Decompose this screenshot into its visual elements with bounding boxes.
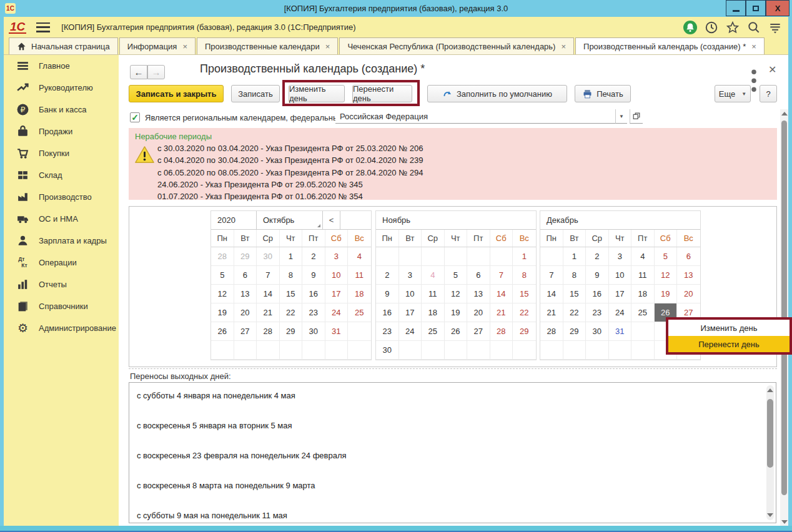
day-cell[interactable]: 18 <box>631 285 655 303</box>
day-cell[interactable]: 28 <box>540 322 563 341</box>
tab-close-icon[interactable]: × <box>561 42 566 51</box>
day-cell[interactable]: 25 <box>631 303 655 322</box>
day-cell[interactable]: 22 <box>513 303 536 322</box>
day-cell[interactable]: 5 <box>655 247 678 266</box>
sidebar-item-cart[interactable]: Покупки <box>4 142 119 164</box>
context-menu-item[interactable]: Изменить день <box>668 320 790 336</box>
day-cell[interactable]: 5 <box>211 266 234 285</box>
day-cell[interactable]: 17 <box>325 285 349 303</box>
print-button[interactable]: Печать <box>575 85 631 102</box>
day-cell[interactable]: 16 <box>376 303 399 322</box>
day-cell[interactable]: 11 <box>348 266 371 285</box>
day-cell[interactable]: 18 <box>422 303 445 322</box>
day-cell[interactable]: 22 <box>280 303 303 322</box>
save-close-button[interactable]: Записать и закрыть <box>129 85 224 102</box>
day-cell[interactable]: 3 <box>325 247 349 266</box>
day-cell[interactable]: 3 <box>609 247 632 266</box>
day-cell[interactable]: 6 <box>467 266 490 285</box>
day-cell[interactable]: 1 <box>513 247 536 266</box>
day-cell[interactable]: 4 <box>631 247 655 266</box>
day-cell[interactable]: 27 <box>234 322 257 341</box>
day-cell[interactable]: 8 <box>513 266 536 285</box>
day-cell[interactable]: 19 <box>445 303 468 322</box>
transfer-row[interactable]: с субботы 9 мая на понедельник 11 мая <box>129 503 776 523</box>
day-cell[interactable]: 2 <box>586 247 609 266</box>
scroll-up-icon[interactable] <box>781 112 788 116</box>
day-cell[interactable]: 11 <box>631 266 655 285</box>
day-cell[interactable]: 26 <box>445 322 468 341</box>
regional-calendar-checkbox[interactable]: ✓ <box>130 112 140 122</box>
sidebar-item-menu[interactable]: Главное <box>4 55 119 77</box>
sidebar-item-truck[interactable]: ОС и НМА <box>4 208 119 230</box>
day-cell[interactable]: 29 <box>234 247 257 266</box>
day-cell[interactable]: 1 <box>280 247 303 266</box>
day-cell[interactable]: 9 <box>376 285 399 303</box>
day-cell[interactable]: 16 <box>586 285 609 303</box>
day-cell[interactable]: 21 <box>540 303 563 322</box>
scroll-down-icon[interactable] <box>781 520 788 524</box>
day-cell[interactable]: 2 <box>302 247 325 266</box>
day-cell[interactable]: 15 <box>563 285 587 303</box>
day-cell[interactable]: 10 <box>325 266 349 285</box>
transfer-row[interactable]: с воскресенья 23 февраля на понедельник … <box>129 443 776 473</box>
sidebar-item-dtkt[interactable]: ДтКтОперации <box>4 252 119 273</box>
sidebar-item-person[interactable]: Зарплата и кадры <box>4 230 119 252</box>
history-icon[interactable] <box>705 21 718 34</box>
day-cell[interactable]: 24 <box>399 322 422 341</box>
day-cell[interactable]: 23 <box>302 303 325 322</box>
help-button[interactable]: ? <box>760 85 777 102</box>
sidebar-item-book[interactable]: Справочники <box>4 295 119 317</box>
day-cell[interactable]: 21 <box>490 303 513 322</box>
day-cell[interactable]: 9 <box>586 266 609 285</box>
save-button[interactable]: Записать <box>231 85 280 102</box>
form-splitter[interactable] <box>129 368 777 369</box>
transfer-row[interactable]: с воскресенья 5 января на вторник 5 мая <box>129 413 776 443</box>
panel-settings-icon[interactable] <box>768 21 782 34</box>
change-day-button[interactable]: Изменить день <box>289 85 345 102</box>
day-cell[interactable]: 19 <box>211 303 234 322</box>
transfer-row[interactable]: с воскресенья 8 марта на понедельник 9 м… <box>129 473 776 503</box>
day-cell[interactable]: 7 <box>257 266 280 285</box>
day-cell[interactable]: 17 <box>609 285 632 303</box>
year-field[interactable]: 2020 <box>211 211 257 229</box>
tab-close-icon[interactable]: × <box>751 42 756 51</box>
day-cell[interactable]: 8 <box>280 266 303 285</box>
day-cell[interactable]: 23 <box>586 303 609 322</box>
day-cell[interactable]: 12 <box>445 285 468 303</box>
main-scrollbar-thumb[interactable] <box>781 121 787 495</box>
day-cell[interactable]: 1 <box>563 247 587 266</box>
day-cell[interactable]: 4 <box>422 266 445 285</box>
day-cell[interactable]: 4 <box>348 247 371 266</box>
prev-month-button[interactable]: < <box>323 211 340 229</box>
day-cell[interactable]: 14 <box>490 285 513 303</box>
day-cell[interactable]: 6 <box>234 266 257 285</box>
day-cell[interactable]: 10 <box>399 285 422 303</box>
transfer-row[interactable]: с субботы 4 января на понедельник 4 мая <box>129 383 776 413</box>
scroll-down-icon[interactable] <box>767 513 773 517</box>
search-icon[interactable] <box>747 21 761 34</box>
day-cell[interactable]: 15 <box>513 285 536 303</box>
day-cell[interactable]: 13 <box>467 285 490 303</box>
main-menu-icon[interactable] <box>36 22 50 32</box>
federal-field-dropdown-icon[interactable]: ▼ <box>615 109 627 124</box>
sidebar-item-gear[interactable]: ⚙Администрирование <box>4 317 119 339</box>
day-cell[interactable]: 29 <box>280 322 303 341</box>
day-cell[interactable]: 27 <box>467 322 490 341</box>
day-cell[interactable]: 15 <box>280 285 303 303</box>
day-cell[interactable]: 31 <box>609 322 632 341</box>
day-cell[interactable]: 28 <box>257 322 280 341</box>
form-close-icon[interactable]: ✕ <box>768 64 776 76</box>
day-cell[interactable]: 7 <box>490 266 513 285</box>
day-cell[interactable]: 6 <box>677 247 700 266</box>
day-cell[interactable]: 30 <box>257 247 280 266</box>
day-cell[interactable]: 28 <box>490 322 513 341</box>
tab-1[interactable]: Информация× <box>119 37 196 54</box>
day-cell[interactable]: 13 <box>234 285 257 303</box>
day-cell[interactable]: 30 <box>586 322 609 341</box>
nav-forward-button[interactable]: → <box>147 65 165 79</box>
close-window-button[interactable]: X <box>766 0 790 16</box>
day-cell[interactable]: 29 <box>563 322 587 341</box>
day-cell[interactable]: 22 <box>563 303 587 322</box>
day-cell[interactable]: 11 <box>422 285 445 303</box>
day-cell[interactable]: 25 <box>348 303 371 322</box>
